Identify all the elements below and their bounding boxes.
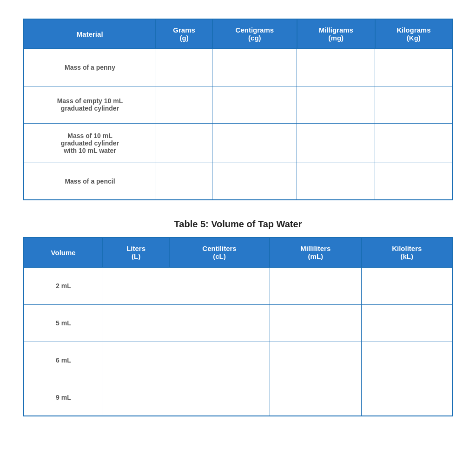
table-row: 9 mL: [24, 379, 452, 416]
row-label-pencil: Mass of a pencil: [24, 163, 156, 200]
volume-table: Volume Liters(L) Centiliters(cL) Millili…: [23, 237, 453, 416]
2ml-milliliters[interactable]: [270, 267, 361, 304]
row-label-5ml: 5 mL: [24, 304, 103, 342]
6ml-milliliters[interactable]: [270, 342, 361, 379]
empty-cylinder-kilograms[interactable]: [375, 86, 452, 123]
table-row: 2 mL: [24, 267, 452, 304]
table-row: Mass of empty 10 mLgraduated cylinder: [24, 86, 452, 123]
row-label-6ml: 6 mL: [24, 342, 103, 379]
5ml-kiloliters[interactable]: [362, 304, 453, 342]
empty-cylinder-milligrams[interactable]: [297, 86, 375, 123]
volume-col-milliliters: Milliliters(mL): [270, 237, 361, 267]
table5-title: Table 5: Volume of Tap Water: [23, 219, 453, 230]
mass-col-centigrams: Centigrams(cg): [212, 19, 297, 49]
water-cylinder-centigrams[interactable]: [212, 123, 297, 163]
row-label-2ml: 2 mL: [24, 267, 103, 304]
9ml-milliliters[interactable]: [270, 379, 361, 416]
mass-col-milligrams: Milligrams(mg): [297, 19, 375, 49]
volume-table-header-row: Volume Liters(L) Centiliters(cL) Millili…: [24, 237, 452, 267]
pencil-milligrams[interactable]: [297, 163, 375, 200]
volume-col-centiliters: Centiliters(cL): [169, 237, 270, 267]
mass-col-kilograms: Kilograms(Kg): [375, 19, 452, 49]
5ml-centiliters[interactable]: [169, 304, 270, 342]
volume-col-volume: Volume: [24, 237, 103, 267]
9ml-centiliters[interactable]: [169, 379, 270, 416]
page-container: Material Grams(g) Centigrams(cg) Milligr…: [9, 9, 467, 444]
2ml-centiliters[interactable]: [169, 267, 270, 304]
mass-table-header-row: Material Grams(g) Centigrams(cg) Milligr…: [24, 19, 452, 49]
table-row: Mass of 10 mLgraduated cylinderwith 10 m…: [24, 123, 452, 163]
water-cylinder-milligrams[interactable]: [297, 123, 375, 163]
row-label-water-cylinder: Mass of 10 mLgraduated cylinderwith 10 m…: [24, 123, 156, 163]
mass-col-material: Material: [24, 19, 156, 49]
2ml-kiloliters[interactable]: [362, 267, 453, 304]
table-row: 5 mL: [24, 304, 452, 342]
5ml-liters[interactable]: [103, 304, 169, 342]
penny-centigrams[interactable]: [212, 49, 297, 86]
row-label-9ml: 9 mL: [24, 379, 103, 416]
water-cylinder-grams[interactable]: [156, 123, 212, 163]
row-label-penny: Mass of a penny: [24, 49, 156, 86]
9ml-kiloliters[interactable]: [362, 379, 453, 416]
penny-milligrams[interactable]: [297, 49, 375, 86]
6ml-centiliters[interactable]: [169, 342, 270, 379]
mass-col-grams: Grams(g): [156, 19, 212, 49]
9ml-liters[interactable]: [103, 379, 169, 416]
penny-kilograms[interactable]: [375, 49, 452, 86]
water-cylinder-kilograms[interactable]: [375, 123, 452, 163]
6ml-liters[interactable]: [103, 342, 169, 379]
penny-grams[interactable]: [156, 49, 212, 86]
pencil-centigrams[interactable]: [212, 163, 297, 200]
pencil-kilograms[interactable]: [375, 163, 452, 200]
table-row: 6 mL: [24, 342, 452, 379]
empty-cylinder-centigrams[interactable]: [212, 86, 297, 123]
volume-col-liters: Liters(L): [103, 237, 169, 267]
empty-cylinder-grams[interactable]: [156, 86, 212, 123]
2ml-liters[interactable]: [103, 267, 169, 304]
mass-table: Material Grams(g) Centigrams(cg) Milligr…: [23, 19, 453, 200]
5ml-milliliters[interactable]: [270, 304, 361, 342]
table-row: Mass of a pencil: [24, 163, 452, 200]
volume-col-kiloliters: Kiloliters(kL): [362, 237, 453, 267]
6ml-kiloliters[interactable]: [362, 342, 453, 379]
pencil-grams[interactable]: [156, 163, 212, 200]
row-label-empty-cylinder: Mass of empty 10 mLgraduated cylinder: [24, 86, 156, 123]
table-row: Mass of a penny: [24, 49, 452, 86]
